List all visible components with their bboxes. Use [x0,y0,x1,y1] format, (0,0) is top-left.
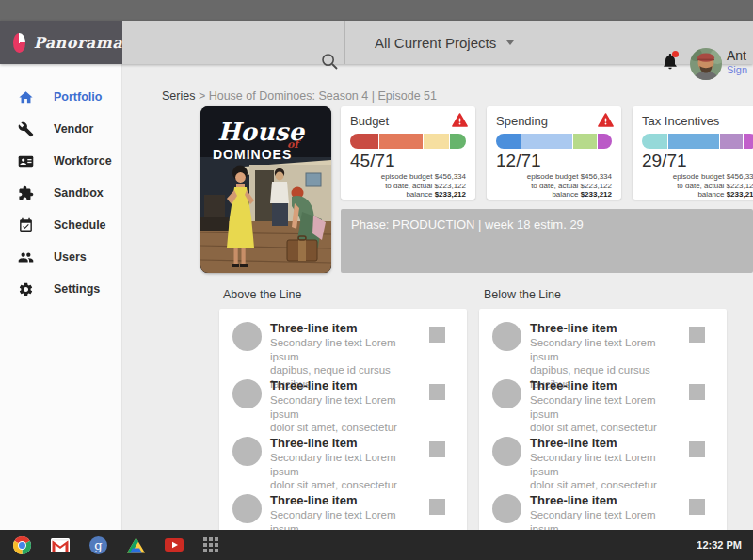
project-selector[interactable]: All Current Projects [375,21,514,64]
card-title: Tax Incentives [642,114,719,128]
notification-badge [672,51,679,57]
calendar-check-icon [18,217,34,233]
people-icon [18,249,34,265]
card-value: 29/71 [642,151,687,171]
sidebar-item-vendor[interactable]: Vendor [0,113,121,145]
brand-logo[interactable]: Panorama [0,21,122,64]
card-details: episode budget $456,334 to date, actual … [673,172,753,200]
sidebar-item-workforce[interactable]: Workforce [0,145,121,177]
sign-out-link[interactable]: Sign [727,63,753,76]
list-item[interactable]: Three-line item Secondary line text Lore… [479,377,727,435]
list-item-checkbox[interactable] [429,384,445,400]
notifications-bell-icon[interactable] [661,52,680,71]
window-title-strip [0,0,753,21]
list-item-title: Three-line item [270,493,425,508]
list-item[interactable]: Three-line item Secondary line text Lore… [219,377,467,435]
list-item-secondary-1: Secondary line text Lorem ipsum [530,393,685,421]
sidebar-item-portfolio[interactable]: Portfolio [0,81,121,113]
apps-grid-icon[interactable] [203,537,218,552]
list-item-secondary-1: Secondary line text Lorem ipsum [270,336,425,363]
user-menu: Ant Sign [727,49,753,76]
progress-bar [496,134,612,149]
list-item[interactable]: Three-line item Secondary line text Lore… [479,320,727,377]
list-item-title: Three-line item [270,436,425,451]
search-icon[interactable] [320,52,339,71]
header-divider [344,21,345,64]
sidebar-item-label: Portfolio [54,90,102,104]
list-item-checkbox[interactable] [689,441,705,457]
list-item-title: Three-line item [530,321,685,336]
sidebar-item-schedule[interactable]: Schedule [0,209,121,241]
user-name: Ant [727,49,753,63]
contact-card-icon [18,153,34,169]
bar-segment [378,134,424,149]
sidebar-item-label: Users [54,250,87,264]
card-title: Budget [350,114,389,128]
tax-incentives-card[interactable]: Tax Incentives 29/71 episode budget $456… [633,106,753,200]
drive-icon[interactable] [127,537,145,553]
episode-poster-image: House of DOMINOES [200,106,331,273]
spending-card[interactable]: Spending 12/71 episode budget $456,334 t… [487,106,621,200]
list-item-checkbox[interactable] [429,327,445,343]
list-card-below-the-line: Three-line item Secondary line text Lore… [479,309,727,560]
list-item-secondary-2: dolor sit amet, consectetur [270,478,425,492]
sidebar-item-label: Settings [54,282,100,296]
list-item-checkbox[interactable] [429,499,445,515]
list-item-title: Three-line item [530,378,685,393]
bar-segment [350,134,378,149]
progress-bar [642,134,753,149]
column-header-above-the-line: Above the Line [223,288,301,301]
gear-icon [18,281,34,297]
list-item[interactable]: Three-line item Secondary line text Lore… [219,435,467,492]
avatar-circle [232,437,262,466]
card-value: 45/71 [350,151,395,171]
breadcrumb-separator: > [195,89,208,103]
list-item-text: Three-line item Secondary line text Lore… [270,436,425,492]
bar-segment [743,134,753,149]
home-icon [18,89,34,105]
chevron-down-icon [506,40,514,45]
warning-icon [598,112,614,128]
list-item-text: Three-line item Secondary line text Lore… [270,378,425,435]
breadcrumb-series-link[interactable]: Series [162,89,195,103]
budget-card[interactable]: Budget 45/71 episode budget $456,334 to … [341,106,475,200]
list-item-secondary-2: dolor sit amet, consectetur [270,421,425,435]
list-item-checkbox[interactable] [689,499,705,515]
list-item-title: Three-line item [270,321,425,336]
progress-bar [350,134,466,149]
avatar-circle [492,379,521,408]
sidebar-item-label: Sandbox [54,186,104,200]
list-item-checkbox[interactable] [429,441,445,457]
puzzle-icon [18,185,34,201]
sidebar-item-settings[interactable]: Settings [0,273,121,305]
system-taskbar: g 12:32 PM [0,530,753,560]
phase-text: Phase: PRODUCTION | week 18 estim. 29 [351,217,584,232]
list-item[interactable]: Three-line item Secondary line text Lore… [479,435,727,492]
sidebar-item-users[interactable]: Users [0,241,121,273]
brand-name: Panorama [34,34,122,52]
bar-segment [572,134,597,149]
user-avatar[interactable] [690,48,722,80]
google-icon[interactable]: g [89,536,107,554]
list-item-checkbox[interactable] [689,384,705,400]
list-item-text: Three-line item Secondary line text Lore… [530,378,685,435]
youtube-icon[interactable] [165,538,184,552]
bar-segment [496,134,521,149]
avatar-circle [492,322,521,351]
bar-segment [521,134,572,149]
breadcrumb-current: House of Dominoes: Season 4 | Episode 51 [209,89,437,103]
app-header: Panorama All Current Projects [0,21,753,64]
sidebar-item-label: Workforce [54,154,112,168]
chrome-icon[interactable] [13,536,31,554]
sidebar-item-sandbox[interactable]: Sandbox [0,177,121,209]
bar-segment [667,134,719,149]
list-item[interactable]: Three-line item Secondary line text Lore… [219,320,467,377]
card-details: episode budget $456,334 to date, actual … [527,172,612,200]
poster-title-block: DOMINOES [213,147,292,162]
gmail-icon[interactable] [51,538,70,552]
svg-text:g: g [94,538,102,552]
list-item-secondary-1: Secondary line text Lorem ipsum [530,336,685,363]
list-item-checkbox[interactable] [689,327,705,343]
card-title: Spending [496,114,548,128]
avatar-circle [492,494,521,523]
